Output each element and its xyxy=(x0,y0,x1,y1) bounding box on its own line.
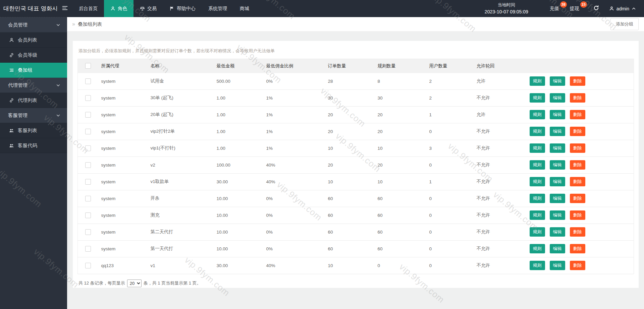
row-checkbox[interactable] xyxy=(85,212,91,218)
sidebar-group-label: 客服管理 xyxy=(8,112,28,119)
hamburger-button[interactable] xyxy=(57,0,72,17)
withdraw-link[interactable]: 提现 15 xyxy=(570,6,579,12)
edit-button[interactable]: 编辑 xyxy=(550,160,565,170)
add-group-button[interactable]: 添加分组 xyxy=(610,18,639,30)
rule-button[interactable]: 规则 xyxy=(530,210,545,220)
menu-item-mall[interactable]: 商城 xyxy=(233,0,256,17)
column-header-2: 最低金额 xyxy=(209,59,259,73)
delete-button[interactable]: 删除 xyxy=(570,127,585,136)
username: admin xyxy=(616,6,629,11)
cell-users: 2 xyxy=(422,73,469,90)
menu-item-label: 交易 xyxy=(147,6,157,12)
menu-item-home[interactable]: 后台首页 xyxy=(72,0,104,17)
row-checkbox[interactable] xyxy=(85,246,91,252)
sidebar-item-label: 客服列表 xyxy=(18,127,37,134)
delete-button[interactable]: 删除 xyxy=(570,76,585,86)
delete-button[interactable]: 删除 xyxy=(570,194,585,203)
user-menu[interactable]: admin xyxy=(609,6,636,11)
row-actions: 规则编辑删除 xyxy=(530,257,634,274)
sidebar-item-service-code[interactable]: 客服代码 xyxy=(0,138,67,153)
row-checkbox[interactable] xyxy=(85,196,91,201)
row-checkbox[interactable] xyxy=(85,263,91,268)
edit-button[interactable]: 编辑 xyxy=(550,177,565,186)
cell-orders: 10 xyxy=(321,173,370,190)
edit-button[interactable]: 编辑 xyxy=(550,127,565,136)
cell-users: 1 xyxy=(422,106,469,123)
cell-loop: 不允许 xyxy=(469,224,522,240)
table-row: system30单 (起飞)1.001%30302不允许规则编辑删除 xyxy=(78,89,634,106)
rule-button[interactable]: 规则 xyxy=(530,76,545,86)
cell-name: 第二天代打 xyxy=(143,224,209,240)
pagination: 共 12 条记录，每页显示 20 条，共 1 页当前显示第 1 页。 xyxy=(77,274,634,293)
row-actions: 规则编辑删除 xyxy=(530,174,634,190)
recharge-link[interactable]: 充值 38 xyxy=(550,6,559,12)
select-all-checkbox[interactable] xyxy=(85,63,91,69)
rule-button[interactable]: 规则 xyxy=(530,160,545,170)
cell-agent: qq123 xyxy=(94,257,143,274)
local-time: 当地时间 2023-10-07 09:05:09 xyxy=(485,2,528,16)
refresh-button[interactable] xyxy=(593,5,599,12)
page-size-select[interactable]: 20 xyxy=(127,280,142,287)
delete-button[interactable]: 删除 xyxy=(570,227,585,237)
cell-loop: 不允许 xyxy=(469,157,522,173)
sidebar-group-service-mgmt[interactable]: 客服管理 xyxy=(0,108,67,123)
cell-agent: system xyxy=(94,89,143,106)
cell-orders: 20 xyxy=(321,106,370,123)
sidebar: 会员管理会员列表会员等级叠加组代理管理代理列表客服管理客服列表客服代码 xyxy=(0,17,67,309)
top-menu: 后台首页角色交易帮助中心系统管理商城 xyxy=(72,0,256,17)
sidebar-item-stack-group[interactable]: 叠加组 xyxy=(0,63,67,78)
delete-button[interactable]: 删除 xyxy=(570,143,585,153)
delete-button[interactable]: 删除 xyxy=(570,261,585,270)
rule-button[interactable]: 规则 xyxy=(530,143,545,153)
sidebar-item-service-list[interactable]: 客服列表 xyxy=(0,123,67,138)
rule-button[interactable]: 规则 xyxy=(530,261,545,270)
edit-button[interactable]: 编辑 xyxy=(550,93,565,103)
delete-button[interactable]: 删除 xyxy=(570,93,585,103)
row-checkbox[interactable] xyxy=(85,78,91,84)
rule-button[interactable]: 规则 xyxy=(530,227,545,237)
cell-rules: 10 xyxy=(370,140,422,157)
sidebar-item-label: 会员列表 xyxy=(18,37,37,43)
menu-item-help[interactable]: 帮助中心 xyxy=(163,0,202,17)
edit-button[interactable]: 编辑 xyxy=(550,227,565,237)
sidebar-item-member-level[interactable]: 会员等级 xyxy=(0,48,67,63)
edit-button[interactable]: 编辑 xyxy=(550,76,565,86)
menu-item-trade[interactable]: 交易 xyxy=(133,0,163,17)
menu-item-system[interactable]: 系统管理 xyxy=(202,0,233,17)
row-checkbox[interactable] xyxy=(85,129,91,134)
link-icon xyxy=(9,98,14,103)
cell-rules: 20 xyxy=(370,123,422,140)
menu-item-role[interactable]: 角色 xyxy=(104,0,133,17)
row-checkbox[interactable] xyxy=(85,145,91,151)
delete-button[interactable]: 删除 xyxy=(570,177,585,186)
edit-button[interactable]: 编辑 xyxy=(550,261,565,270)
column-header-7: 允许轮回 xyxy=(469,59,522,73)
rule-button[interactable]: 规则 xyxy=(530,177,545,186)
edit-button[interactable]: 编辑 xyxy=(550,194,565,203)
delete-button[interactable]: 删除 xyxy=(570,210,585,220)
rule-button[interactable]: 规则 xyxy=(530,93,545,103)
rule-button[interactable]: 规则 xyxy=(530,194,545,203)
row-checkbox[interactable] xyxy=(85,229,91,235)
sidebar-item-agent-list[interactable]: 代理列表 xyxy=(0,93,67,108)
delete-button[interactable]: 删除 xyxy=(570,244,585,253)
edit-button[interactable]: 编辑 xyxy=(550,110,565,119)
sidebar-item-member-list[interactable]: 会员列表 xyxy=(0,33,67,48)
sidebar-group-member-mgmt[interactable]: 会员管理 xyxy=(0,17,67,33)
rule-button[interactable]: 规则 xyxy=(530,244,545,253)
cell-min_rate: 1% xyxy=(259,140,321,157)
row-checkbox[interactable] xyxy=(85,95,91,101)
sidebar-group-agent-mgmt[interactable]: 代理管理 xyxy=(0,78,67,93)
edit-button[interactable]: 编辑 xyxy=(550,210,565,220)
edit-button[interactable]: 编辑 xyxy=(550,143,565,153)
row-checkbox[interactable] xyxy=(85,162,91,168)
rule-button[interactable]: 规则 xyxy=(530,127,545,136)
column-header-1: 名称 xyxy=(143,59,209,73)
rule-button[interactable]: 规则 xyxy=(530,110,545,119)
row-checkbox[interactable] xyxy=(85,179,91,185)
row-checkbox[interactable] xyxy=(85,112,91,118)
cell-agent: system xyxy=(94,106,143,123)
delete-button[interactable]: 删除 xyxy=(570,110,585,119)
delete-button[interactable]: 删除 xyxy=(570,160,585,170)
edit-button[interactable]: 编辑 xyxy=(550,244,565,253)
